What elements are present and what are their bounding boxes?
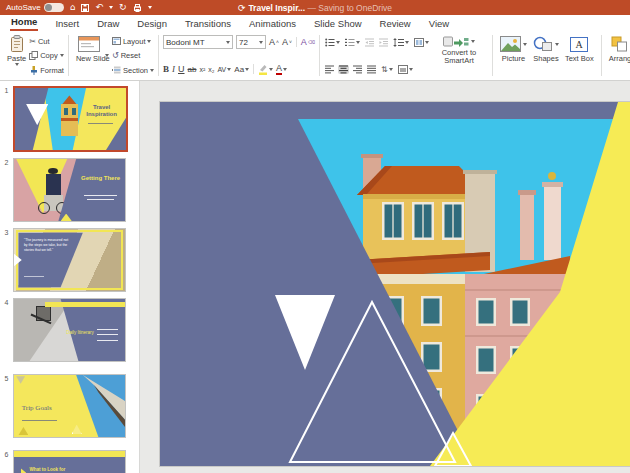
font-color-button[interactable]: A (276, 64, 287, 75)
undo-dropdown-icon[interactable] (109, 6, 113, 9)
slide-5-thumbnail[interactable]: Trip Goals (13, 374, 126, 438)
ribbon-tab-bar: Home Insert Draw Design Transitions Anim… (0, 15, 630, 31)
paste-button[interactable]: Paste (4, 33, 29, 78)
picture-dropdown-icon[interactable] (523, 43, 527, 46)
more-commands-icon[interactable] (148, 6, 152, 9)
layout-dropdown-icon[interactable] (147, 40, 151, 43)
bold-button[interactable]: B (163, 64, 169, 74)
slide-4-title: Daily Itinerary (66, 330, 95, 335)
text-direction-icon: ⇅ (381, 65, 388, 74)
tab-home[interactable]: Home (10, 14, 38, 31)
copy-label: Copy (40, 51, 58, 60)
tab-review[interactable]: Review (379, 16, 412, 31)
align-text-icon (398, 65, 408, 74)
paste-dropdown-icon[interactable] (15, 63, 19, 66)
highlight-button[interactable] (258, 64, 273, 75)
autosave-toggle[interactable]: AutoSave (6, 3, 64, 12)
change-case-button[interactable]: Aa (234, 65, 249, 74)
text-direction-button[interactable]: ⇅ (380, 65, 394, 74)
cut-button[interactable]: ✂ Cut (29, 35, 64, 47)
italic-button[interactable]: I (172, 64, 175, 74)
tab-animations[interactable]: Animations (248, 16, 297, 31)
align-center-button[interactable] (338, 65, 349, 74)
slide-6-thumbnail[interactable]: What to Look for (13, 450, 126, 473)
layout-button[interactable]: Layout (112, 35, 154, 47)
bullets-button[interactable] (324, 38, 341, 47)
slide-workspace (140, 81, 630, 473)
tab-view[interactable]: View (428, 16, 450, 31)
format-painter-button[interactable]: Format (29, 64, 64, 76)
grow-font-button[interactable]: A˄ (269, 37, 279, 47)
numbering-dropdown-icon[interactable] (356, 41, 360, 44)
font-color-icon: A (276, 64, 282, 75)
undo-icon[interactable]: ↶ (95, 3, 103, 12)
drawing-group: Arrange Quick Styles Shape Fill Shape Ou… (604, 32, 630, 79)
convert-smartart-button[interactable]: Convert to SmartArt (430, 33, 488, 78)
section-button[interactable]: Section (112, 64, 154, 76)
smartart-dropdown-icon[interactable] (471, 40, 475, 43)
font-name-dropdown-icon[interactable] (226, 41, 230, 44)
align-right-button[interactable] (352, 65, 363, 74)
font-size-combo[interactable]: 72 (236, 35, 266, 49)
text-direction-dropdown-icon[interactable] (389, 68, 393, 71)
tab-design[interactable]: Design (136, 16, 168, 31)
strikethrough-button[interactable]: ab (188, 65, 197, 74)
autosave-switch-icon[interactable] (44, 3, 64, 12)
print-icon[interactable] (133, 4, 142, 12)
arrange-label: Arrange (609, 55, 630, 63)
font-color-dropdown-icon[interactable] (283, 68, 287, 71)
columns-button[interactable] (413, 38, 430, 47)
ribbon: Paste ✂ Cut Copy Format New Sl (0, 31, 630, 81)
increase-indent-button[interactable] (378, 38, 389, 47)
slide-canvas[interactable] (160, 102, 630, 466)
tab-insert[interactable]: Insert (54, 16, 80, 31)
tab-slideshow[interactable]: Slide Show (313, 16, 363, 31)
slide-3-thumbnail[interactable]: "The journey is measured not by the step… (13, 228, 126, 292)
align-left-button[interactable] (324, 65, 335, 74)
arrange-button[interactable]: Arrange (606, 33, 630, 78)
shrink-font-button[interactable]: A˅ (282, 37, 292, 47)
highlight-icon (258, 64, 268, 75)
reset-button[interactable]: ↺ Reset (112, 50, 154, 62)
superscript-button[interactable]: x² (199, 66, 205, 73)
tab-draw[interactable]: Draw (96, 16, 120, 31)
subscript-button[interactable]: x₂ (208, 66, 214, 73)
reset-icon: ↺ (112, 51, 119, 60)
font-name-combo[interactable]: Bodoni MT (163, 35, 233, 49)
svg-text:A: A (576, 39, 584, 50)
home-icon[interactable]: ⌂ (70, 3, 76, 12)
shapes-button[interactable]: Shapes (530, 33, 562, 78)
align-text-dropdown-icon[interactable] (409, 68, 413, 71)
character-spacing-button[interactable]: AV (217, 66, 231, 73)
text-box-button[interactable]: A Text Box (562, 33, 597, 78)
picture-label: Picture (502, 55, 525, 63)
slide-2-thumbnail[interactable]: Getting There (13, 158, 126, 222)
copy-dropdown-icon[interactable] (60, 54, 64, 57)
decrease-indent-button[interactable] (364, 38, 375, 47)
shapes-dropdown-icon[interactable] (555, 43, 559, 46)
line-spacing-dropdown-icon[interactable] (405, 41, 409, 44)
highlight-dropdown-icon[interactable] (269, 68, 273, 71)
new-slide-dropdown-icon[interactable] (105, 54, 109, 57)
font-size-dropdown-icon[interactable] (259, 41, 263, 44)
line-spacing-button[interactable] (392, 38, 410, 47)
autosave-label: AutoSave (6, 3, 41, 12)
picture-button[interactable]: Picture (497, 33, 530, 78)
numbering-button[interactable] (344, 38, 361, 47)
new-slide-button[interactable]: New Slide (73, 33, 105, 78)
underline-button[interactable]: U (178, 64, 185, 74)
font-size-value: 72 (239, 38, 248, 47)
bullets-dropdown-icon[interactable] (336, 41, 340, 44)
clear-formatting-button[interactable]: A⌫ (301, 37, 315, 47)
section-dropdown-icon[interactable] (150, 69, 154, 72)
columns-dropdown-icon[interactable] (425, 41, 429, 44)
numbering-icon (345, 38, 355, 47)
slide-1-thumbnail[interactable]: Travel Inspiration (13, 86, 128, 152)
align-text-button[interactable] (397, 65, 414, 74)
save-icon[interactable] (81, 4, 89, 12)
redo-icon[interactable]: ↻ (119, 3, 127, 12)
copy-button[interactable]: Copy (29, 50, 64, 62)
tab-transitions[interactable]: Transitions (184, 16, 232, 31)
slide-4-thumbnail[interactable]: Daily Itinerary (13, 298, 126, 362)
justify-button[interactable] (366, 65, 377, 74)
